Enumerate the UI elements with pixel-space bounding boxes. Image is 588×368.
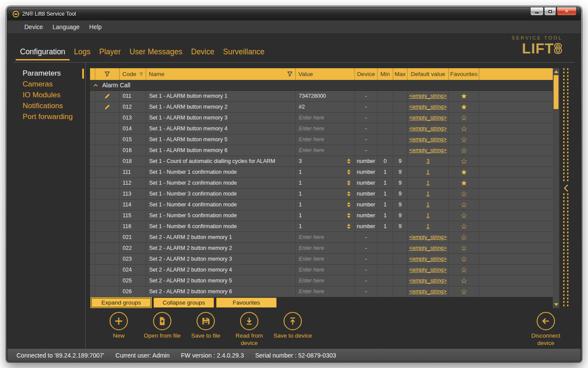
- default-value-link[interactable]: <empty_string>: [409, 115, 447, 121]
- favourite-star-icon[interactable]: ☆: [461, 212, 467, 219]
- table-row[interactable]: 021 Set 2 - ALARM 2 button memory 1 Ente…: [90, 232, 553, 243]
- row-value-field[interactable]: Enter here: [296, 254, 355, 264]
- row-value-field[interactable]: #2: [296, 102, 355, 112]
- default-value-link[interactable]: 1: [427, 223, 430, 229]
- tab-player[interactable]: Player: [95, 45, 125, 60]
- collapse-caret-icon[interactable]: [94, 84, 98, 87]
- tab-logs[interactable]: Logs: [70, 45, 95, 60]
- default-value-link[interactable]: <empty_string>: [409, 93, 447, 99]
- close-button[interactable]: ✕: [557, 7, 577, 16]
- header-device[interactable]: Device: [355, 68, 378, 80]
- open-from-file-button[interactable]: Open from file: [140, 312, 184, 340]
- favourites-button[interactable]: Favourites: [216, 298, 277, 308]
- value-spinner[interactable]: [347, 202, 351, 207]
- tab-configuration[interactable]: Configuration: [16, 45, 70, 60]
- value-spinner[interactable]: [347, 224, 351, 229]
- row-value-field[interactable]: 1: [296, 167, 355, 177]
- minimize-button[interactable]: [530, 7, 544, 16]
- save-to-file-button[interactable]: Save to file: [184, 312, 227, 340]
- favourite-star-icon[interactable]: ☆: [461, 201, 467, 209]
- spinner-down-icon[interactable]: [347, 183, 351, 186]
- header-min[interactable]: Min: [378, 68, 393, 80]
- table-row[interactable]: 018 Set 1 - Count of automatic dialling …: [90, 156, 553, 167]
- row-value-field[interactable]: Enter here: [296, 265, 355, 275]
- favourite-star-icon[interactable]: ☆: [461, 147, 467, 154]
- table-row[interactable]: 113 Set 1 - Number 3 confirmation mode 1…: [90, 189, 553, 199]
- row-value-field[interactable]: 3: [296, 156, 355, 166]
- default-value-link[interactable]: 1: [427, 202, 430, 208]
- row-value-field[interactable]: Enter here: [296, 275, 355, 286]
- favourite-star-icon[interactable]: ★: [461, 179, 467, 187]
- default-value-link[interactable]: 1: [427, 191, 430, 197]
- new-button[interactable]: New: [97, 312, 140, 340]
- favourite-star-icon[interactable]: ☆: [461, 190, 467, 198]
- favourite-star-icon[interactable]: ☆: [461, 245, 467, 252]
- table-row[interactable]: 015 Set 1 - ALARM button memory 5 Enter …: [90, 134, 553, 145]
- spinner-down-icon[interactable]: [347, 194, 351, 196]
- header-max[interactable]: Max: [393, 68, 408, 80]
- table-row[interactable]: 024 Set 2 - ALARM 2 button memory 4 Ente…: [90, 265, 553, 275]
- value-spinner[interactable]: [347, 180, 351, 186]
- default-value-link[interactable]: <empty_string>: [409, 136, 447, 143]
- default-value-link[interactable]: <empty_string>: [409, 288, 447, 295]
- header-favourites[interactable]: Favourites: [449, 68, 479, 80]
- row-value-field[interactable]: 1: [296, 210, 355, 221]
- favourite-star-icon[interactable]: ☆: [461, 288, 467, 295]
- row-value-field[interactable]: 1: [296, 189, 355, 199]
- table-row[interactable]: 022 Set 2 - ALARM 2 button memory 2 Ente…: [90, 243, 553, 254]
- header-value[interactable]: Value: [296, 68, 355, 80]
- collapse-groups-button[interactable]: Collapse groups: [154, 298, 214, 308]
- value-spinner[interactable]: [347, 169, 351, 175]
- value-spinner[interactable]: [347, 191, 351, 196]
- row-value-field[interactable]: Enter here: [296, 123, 355, 134]
- value-spinner[interactable]: [347, 213, 351, 218]
- default-value-link[interactable]: <empty_string>: [409, 267, 447, 273]
- favourite-star-icon[interactable]: ★: [461, 103, 467, 111]
- row-value-field[interactable]: Enter here: [296, 243, 355, 253]
- table-row[interactable]: 012 Set 1 - ALARM button memory 2 #2 - <…: [90, 102, 553, 113]
- tab-surveillance[interactable]: Surveillance: [219, 45, 269, 60]
- table-row[interactable]: 026 Set 2 - ALARM 2 button memory 6 Ente…: [90, 286, 553, 297]
- favourite-star-icon[interactable]: ☆: [461, 125, 467, 133]
- row-value-field[interactable]: Enter here: [296, 286, 355, 297]
- expand-panel-button[interactable]: [561, 183, 570, 193]
- table-row[interactable]: 014 Set 1 - ALARM button memory 4 Enter …: [90, 123, 553, 134]
- table-row[interactable]: 016 Set 1 - ALARM button memory 6 Enter …: [90, 145, 553, 156]
- scrollbar-thumb[interactable]: [554, 75, 558, 109]
- favourite-star-icon[interactable]: ☆: [461, 158, 467, 165]
- sidebar-item-notifications[interactable]: Notifications: [7, 101, 85, 112]
- spinner-down-icon[interactable]: [347, 205, 351, 207]
- favourite-star-icon[interactable]: ☆: [461, 136, 467, 143]
- disconnect-device-button[interactable]: Disconnect device: [524, 312, 568, 347]
- row-value-field[interactable]: Enter here: [296, 113, 355, 123]
- row-value-field[interactable]: Enter here: [296, 134, 355, 145]
- favourite-star-icon[interactable]: ☆: [461, 255, 467, 263]
- group-row-alarm-call[interactable]: Alarm Call: [90, 80, 553, 91]
- favourite-star-icon[interactable]: ☆: [461, 266, 467, 274]
- scroll-up-icon[interactable]: [554, 70, 558, 73]
- row-value-field[interactable]: Enter here: [296, 145, 355, 156]
- spinner-up-icon[interactable]: [347, 224, 351, 226]
- read-from-device-button[interactable]: Read from device: [227, 312, 271, 347]
- row-value-field[interactable]: 1: [296, 221, 355, 232]
- spinner-down-icon[interactable]: [347, 172, 351, 175]
- favourite-star-icon[interactable]: ☆: [461, 234, 467, 241]
- default-value-link[interactable]: 1: [427, 212, 430, 219]
- row-value-field[interactable]: Enter here: [296, 232, 355, 242]
- header-default-value[interactable]: Default value: [408, 68, 449, 80]
- sidebar-item-parameters[interactable]: Parameters: [7, 68, 85, 79]
- spinner-down-icon[interactable]: [347, 162, 351, 164]
- sidebar-item-port-forwarding[interactable]: Port forwarding: [7, 112, 85, 123]
- favourite-star-icon[interactable]: ★: [461, 93, 467, 100]
- default-value-link[interactable]: <empty_string>: [409, 278, 447, 284]
- value-spinner[interactable]: [347, 159, 351, 164]
- expand-groups-button[interactable]: Expand groups: [91, 298, 151, 308]
- favourite-star-icon[interactable]: ☆: [461, 114, 467, 122]
- spinner-down-icon[interactable]: [347, 216, 351, 218]
- table-row[interactable]: 023 Set 2 - ALARM 2 button memory 3 Ente…: [90, 254, 553, 265]
- table-row[interactable]: 011 Set 1 - ALARM button memory 1 734728…: [90, 91, 553, 102]
- menu-item-help[interactable]: Help: [84, 21, 107, 33]
- default-value-link[interactable]: 1: [427, 180, 430, 186]
- filter-icon[interactable]: [287, 71, 293, 77]
- default-value-link[interactable]: <empty_string>: [409, 245, 447, 251]
